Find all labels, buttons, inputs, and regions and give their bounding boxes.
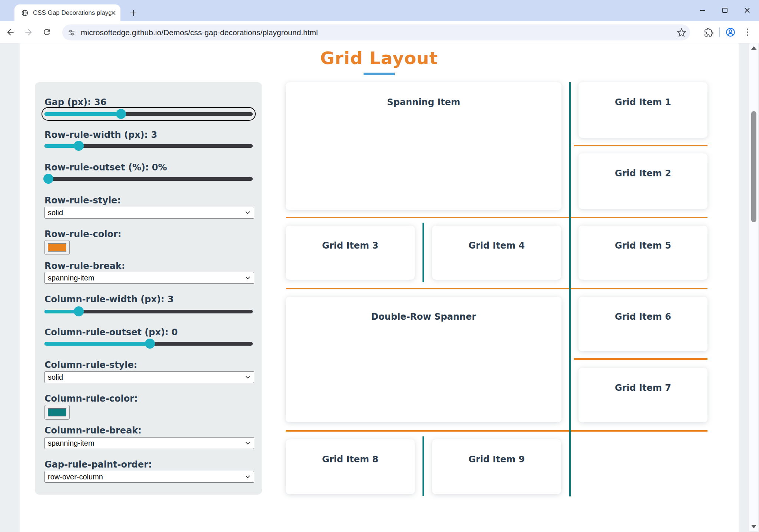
grid-item-2: Grid Item 2 bbox=[579, 153, 707, 209]
gap-rule-paint-order-select[interactable]: row-over-column bbox=[44, 471, 254, 483]
row-rule-outset-slider[interactable] bbox=[44, 174, 253, 184]
scroll-down-arrow-icon[interactable] bbox=[751, 525, 756, 528]
grid-item-5: Grid Item 5 bbox=[579, 226, 707, 280]
column-rule-break-select[interactable]: spanning-item bbox=[44, 437, 254, 449]
tab-strip: CSS Gap Decorations playgroun bbox=[0, 0, 759, 21]
tab-title: CSS Gap Decorations playgroun bbox=[33, 9, 111, 17]
tab-close-icon[interactable] bbox=[111, 10, 116, 16]
grid-item-4: Grid Item 4 bbox=[432, 226, 561, 280]
vertical-scrollbar[interactable] bbox=[749, 43, 758, 531]
reload-button[interactable] bbox=[39, 24, 54, 40]
column-rule bbox=[422, 223, 424, 282]
chevron-down-icon bbox=[245, 276, 250, 279]
toolbar-separator bbox=[719, 27, 720, 37]
extensions-puzzle-icon[interactable] bbox=[700, 24, 717, 41]
site-info-icon[interactable] bbox=[67, 29, 76, 37]
grid-item-1: Grid Item 1 bbox=[579, 82, 707, 138]
column-rule-width-label: Column-rule-width (px): 3 bbox=[44, 294, 174, 305]
slider-thumb[interactable] bbox=[43, 174, 53, 184]
gap-label: Gap (px): 36 bbox=[44, 97, 106, 107]
slider-thumb[interactable] bbox=[74, 306, 84, 316]
column-rule-color-picker[interactable] bbox=[44, 405, 70, 420]
chevron-down-icon bbox=[245, 376, 250, 379]
row-rule-style-label: Row-rule-style: bbox=[44, 195, 121, 206]
gap-rule-paint-order-label: Gap-rule-paint-order: bbox=[44, 459, 152, 470]
profile-avatar-icon[interactable] bbox=[722, 24, 739, 41]
minimize-button[interactable] bbox=[695, 2, 711, 19]
column-rule bbox=[569, 82, 571, 496]
grid-item-7: Grid Item 7 bbox=[579, 368, 707, 422]
row-rule bbox=[286, 217, 707, 218]
toolbar-right-cluster bbox=[700, 23, 756, 41]
title-underline bbox=[364, 73, 395, 75]
column-rule-outset-label: Column-rule-outset (px): 0 bbox=[44, 327, 178, 338]
scrollbar-thumb[interactable] bbox=[751, 111, 756, 222]
active-tab[interactable]: CSS Gap Decorations playgroun bbox=[14, 4, 120, 21]
slider-thumb[interactable] bbox=[116, 109, 126, 119]
grid-spanning-item: Spanning Item bbox=[286, 82, 561, 210]
new-tab-button[interactable] bbox=[127, 7, 140, 19]
controls-panel: Gap (px): 36 Row-rule-width (px): 3 Row-… bbox=[35, 82, 262, 495]
maximize-button[interactable] bbox=[717, 2, 733, 19]
address-bar[interactable]: microsoftedge.github.io/Demos/css-gap-de… bbox=[62, 24, 690, 40]
bookmark-star-icon[interactable] bbox=[677, 28, 686, 37]
row-rule bbox=[574, 358, 707, 360]
chevron-down-icon bbox=[245, 442, 250, 445]
column-rule-style-label: Column-rule-style: bbox=[44, 360, 137, 370]
globe-favicon-icon bbox=[21, 9, 29, 17]
grid-item-6: Grid Item 6 bbox=[579, 297, 707, 351]
column-rule-break-label: Column-rule-break: bbox=[44, 425, 142, 436]
row-rule-width-slider[interactable] bbox=[44, 141, 253, 151]
chevron-down-icon bbox=[245, 211, 250, 214]
slider-thumb[interactable] bbox=[74, 141, 84, 151]
page-title: Grid Layout bbox=[20, 48, 739, 68]
row-rule bbox=[286, 288, 707, 289]
grid-double-row-spanner: Double-Row Spanner bbox=[286, 297, 561, 422]
column-rule-outset-slider[interactable] bbox=[44, 339, 253, 349]
browser-window: CSS Gap Decorations playgroun bbox=[0, 0, 759, 532]
url-text[interactable]: microsoftedge.github.io/Demos/css-gap-de… bbox=[81, 28, 677, 37]
row-rule-style-select[interactable]: solid bbox=[44, 207, 254, 219]
grid-item-8: Grid Item 8 bbox=[286, 439, 415, 494]
chevron-down-icon bbox=[245, 475, 250, 478]
row-rule bbox=[286, 430, 707, 432]
column-rule-color-label: Column-rule-color: bbox=[44, 393, 138, 404]
back-button[interactable] bbox=[3, 24, 18, 40]
column-rule-width-slider[interactable] bbox=[44, 306, 253, 316]
gap-slider[interactable] bbox=[44, 109, 253, 119]
row-rule-break-label: Row-rule-break: bbox=[44, 261, 125, 271]
window-controls bbox=[695, 2, 755, 19]
grid-item-3: Grid Item 3 bbox=[286, 226, 415, 280]
slider-thumb[interactable] bbox=[145, 339, 155, 349]
row-rule-break-select[interactable]: spanning-item bbox=[44, 272, 254, 284]
grid-item-9: Grid Item 9 bbox=[432, 439, 561, 494]
column-rule-style-select[interactable]: solid bbox=[44, 371, 254, 383]
forward-button[interactable] bbox=[21, 24, 36, 40]
column-rule bbox=[422, 436, 424, 496]
row-rule-outset-label: Row-rule-outset (%): 0% bbox=[44, 162, 167, 173]
close-window-button[interactable] bbox=[739, 2, 755, 19]
row-rule bbox=[574, 145, 707, 146]
scroll-up-arrow-icon[interactable] bbox=[751, 46, 756, 50]
row-rule-color-label: Row-rule-color: bbox=[44, 229, 121, 239]
browser-menu-kebab-icon[interactable] bbox=[739, 24, 756, 41]
row-rule-width-label: Row-rule-width (px): 3 bbox=[44, 130, 157, 140]
gap-slider-focus-ring bbox=[42, 107, 256, 121]
row-rule-color-picker[interactable] bbox=[44, 240, 70, 255]
